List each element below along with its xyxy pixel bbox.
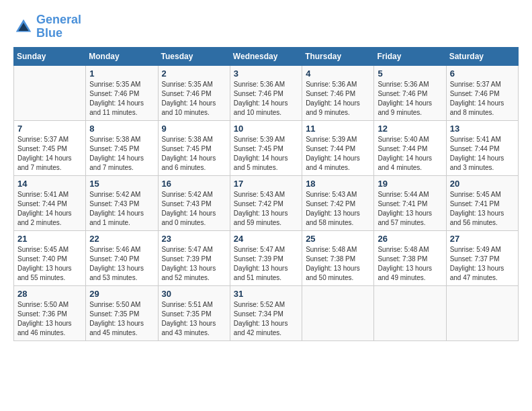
calendar-cell: 19Sunrise: 5:44 AM Sunset: 7:41 PM Dayli… [374,175,446,230]
calendar-cell: 13Sunrise: 5:41 AM Sunset: 7:44 PM Dayli… [446,120,518,175]
calendar-cell: 8Sunrise: 5:38 AM Sunset: 7:45 PM Daylig… [86,120,158,175]
day-number: 4 [306,68,370,79]
cell-info: Sunrise: 5:43 AM Sunset: 7:42 PM Dayligh… [234,190,298,228]
calendar-cell: 21Sunrise: 5:45 AM Sunset: 7:40 PM Dayli… [14,230,86,285]
calendar-cell: 10Sunrise: 5:39 AM Sunset: 7:45 PM Dayli… [230,120,302,175]
header-wednesday: Wednesday [230,47,302,65]
calendar-cell: 4Sunrise: 5:36 AM Sunset: 7:46 PM Daylig… [302,65,374,120]
day-number: 3 [234,68,298,79]
cell-info: Sunrise: 5:39 AM Sunset: 7:45 PM Dayligh… [234,135,298,173]
day-number: 19 [378,179,442,189]
header-sunday: Sunday [14,47,86,65]
calendar-cell: 24Sunrise: 5:47 AM Sunset: 7:39 PM Dayli… [230,230,302,285]
calendar-cell: 29Sunrise: 5:50 AM Sunset: 7:35 PM Dayli… [86,285,158,340]
day-number: 25 [306,234,370,244]
calendar-cell: 27Sunrise: 5:49 AM Sunset: 7:37 PM Dayli… [446,230,518,285]
cell-info: Sunrise: 5:47 AM Sunset: 7:39 PM Dayligh… [162,245,226,283]
cell-info: Sunrise: 5:41 AM Sunset: 7:44 PM Dayligh… [450,135,515,173]
day-number: 23 [162,234,226,244]
day-number: 11 [306,124,370,134]
calendar-cell: 2Sunrise: 5:35 AM Sunset: 7:46 PM Daylig… [158,65,230,120]
day-number: 2 [162,68,226,79]
cell-info: Sunrise: 5:45 AM Sunset: 7:41 PM Dayligh… [450,190,515,228]
cell-info: Sunrise: 5:46 AM Sunset: 7:40 PM Dayligh… [89,245,154,283]
cell-info: Sunrise: 5:36 AM Sunset: 7:46 PM Dayligh… [378,80,442,118]
calendar-cell: 12Sunrise: 5:40 AM Sunset: 7:44 PM Dayli… [374,120,446,175]
day-number: 17 [234,179,298,189]
day-number: 15 [89,179,154,189]
calendar-cell: 16Sunrise: 5:42 AM Sunset: 7:43 PM Dayli… [158,175,230,230]
day-number: 7 [17,124,82,134]
day-number: 14 [17,179,82,189]
cell-info: Sunrise: 5:43 AM Sunset: 7:42 PM Dayligh… [306,190,370,228]
calendar-cell: 25Sunrise: 5:48 AM Sunset: 7:38 PM Dayli… [302,230,374,285]
page-header: General Blue [13,13,519,40]
cell-info: Sunrise: 5:47 AM Sunset: 7:39 PM Dayligh… [234,245,298,283]
cell-info: Sunrise: 5:42 AM Sunset: 7:43 PM Dayligh… [89,190,154,228]
calendar-week-row: 21Sunrise: 5:45 AM Sunset: 7:40 PM Dayli… [14,230,519,285]
calendar-header-row: SundayMondayTuesdayWednesdayThursdayFrid… [14,47,519,65]
cell-info: Sunrise: 5:37 AM Sunset: 7:46 PM Dayligh… [450,80,515,118]
day-number: 26 [378,234,442,244]
day-number: 28 [17,289,82,299]
day-number: 20 [450,179,515,189]
day-number: 8 [89,124,154,134]
calendar-cell [302,285,374,340]
cell-info: Sunrise: 5:38 AM Sunset: 7:45 PM Dayligh… [162,135,226,173]
calendar-cell: 9Sunrise: 5:38 AM Sunset: 7:45 PM Daylig… [158,120,230,175]
day-number: 5 [378,68,442,79]
calendar-cell: 1Sunrise: 5:35 AM Sunset: 7:46 PM Daylig… [86,65,158,120]
cell-info: Sunrise: 5:45 AM Sunset: 7:40 PM Dayligh… [17,245,82,283]
day-number: 13 [450,124,515,134]
calendar-week-row: 28Sunrise: 5:50 AM Sunset: 7:36 PM Dayli… [14,285,519,340]
cell-info: Sunrise: 5:49 AM Sunset: 7:37 PM Dayligh… [450,245,515,283]
calendar-cell: 28Sunrise: 5:50 AM Sunset: 7:36 PM Dayli… [14,285,86,340]
cell-info: Sunrise: 5:44 AM Sunset: 7:41 PM Dayligh… [378,190,442,228]
calendar-cell: 15Sunrise: 5:42 AM Sunset: 7:43 PM Dayli… [86,175,158,230]
day-number: 9 [162,124,226,134]
calendar-cell: 20Sunrise: 5:45 AM Sunset: 7:41 PM Dayli… [446,175,518,230]
calendar-week-row: 14Sunrise: 5:41 AM Sunset: 7:44 PM Dayli… [14,175,519,230]
calendar-cell: 7Sunrise: 5:37 AM Sunset: 7:45 PM Daylig… [14,120,86,175]
calendar-cell: 31Sunrise: 5:52 AM Sunset: 7:34 PM Dayli… [230,285,302,340]
day-number: 6 [450,68,515,79]
calendar-cell [374,285,446,340]
calendar-cell: 18Sunrise: 5:43 AM Sunset: 7:42 PM Dayli… [302,175,374,230]
calendar-week-row: 1Sunrise: 5:35 AM Sunset: 7:46 PM Daylig… [14,65,519,120]
day-number: 12 [378,124,442,134]
calendar-cell: 14Sunrise: 5:41 AM Sunset: 7:44 PM Dayli… [14,175,86,230]
calendar-cell: 5Sunrise: 5:36 AM Sunset: 7:46 PM Daylig… [374,65,446,120]
calendar-cell: 17Sunrise: 5:43 AM Sunset: 7:42 PM Dayli… [230,175,302,230]
cell-info: Sunrise: 5:48 AM Sunset: 7:38 PM Dayligh… [306,245,370,283]
calendar-cell: 22Sunrise: 5:46 AM Sunset: 7:40 PM Dayli… [86,230,158,285]
logo-text: General Blue [36,13,81,40]
cell-info: Sunrise: 5:51 AM Sunset: 7:35 PM Dayligh… [162,300,226,338]
day-number: 22 [89,234,154,244]
calendar-cell: 3Sunrise: 5:36 AM Sunset: 7:46 PM Daylig… [230,65,302,120]
cell-info: Sunrise: 5:50 AM Sunset: 7:35 PM Dayligh… [89,300,154,338]
cell-info: Sunrise: 5:36 AM Sunset: 7:46 PM Dayligh… [234,80,298,118]
day-number: 21 [17,234,82,244]
header-tuesday: Tuesday [158,47,230,65]
calendar-cell [14,65,86,120]
calendar-cell: 6Sunrise: 5:37 AM Sunset: 7:46 PM Daylig… [446,65,518,120]
calendar-cell: 11Sunrise: 5:39 AM Sunset: 7:44 PM Dayli… [302,120,374,175]
calendar-cell: 23Sunrise: 5:47 AM Sunset: 7:39 PM Dayli… [158,230,230,285]
calendar-week-row: 7Sunrise: 5:37 AM Sunset: 7:45 PM Daylig… [14,120,519,175]
day-number: 27 [450,234,515,244]
calendar-cell: 30Sunrise: 5:51 AM Sunset: 7:35 PM Dayli… [158,285,230,340]
day-number: 10 [234,124,298,134]
header-saturday: Saturday [446,47,518,65]
cell-info: Sunrise: 5:41 AM Sunset: 7:44 PM Dayligh… [17,190,82,228]
calendar-cell: 26Sunrise: 5:48 AM Sunset: 7:38 PM Dayli… [374,230,446,285]
day-number: 1 [89,68,154,79]
cell-info: Sunrise: 5:35 AM Sunset: 7:46 PM Dayligh… [162,80,226,118]
logo: General Blue [13,13,81,40]
cell-info: Sunrise: 5:50 AM Sunset: 7:36 PM Dayligh… [17,300,82,338]
cell-info: Sunrise: 5:35 AM Sunset: 7:46 PM Dayligh… [89,80,154,118]
calendar-cell [446,285,518,340]
day-number: 31 [234,289,298,299]
logo-icon [13,17,34,37]
day-number: 16 [162,179,226,189]
cell-info: Sunrise: 5:48 AM Sunset: 7:38 PM Dayligh… [378,245,442,283]
